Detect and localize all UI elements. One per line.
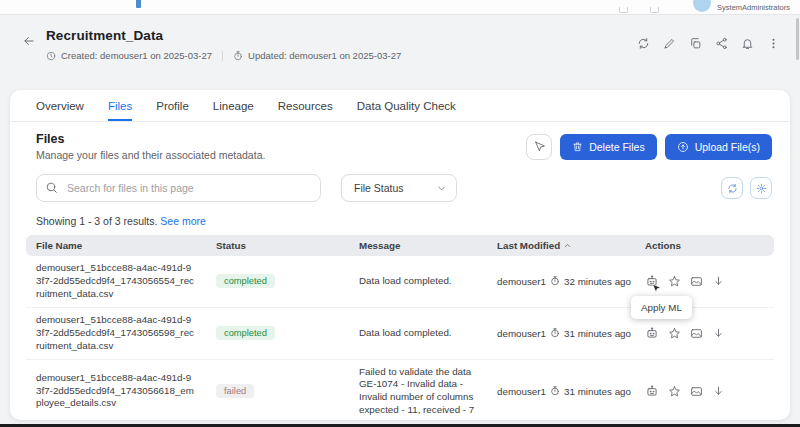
back-button[interactable] <box>22 34 36 48</box>
delete-files-button[interactable]: Delete Files <box>560 134 656 160</box>
files-section-actions: Delete Files Upload File(s) <box>526 134 772 160</box>
last-modified-cell: demouser1 31 minutes ago <box>497 328 637 339</box>
image-preview-icon[interactable] <box>690 385 703 398</box>
avatar[interactable] <box>693 0 711 12</box>
upload-files-button[interactable]: Upload File(s) <box>665 134 772 160</box>
section-subtitle: Manage your files and their associated m… <box>36 149 265 161</box>
download-icon[interactable] <box>712 385 725 398</box>
file-status-filter-label: File Status <box>354 182 404 194</box>
favorite-icon[interactable] <box>668 327 681 340</box>
apply-ml-tooltip: Apply ML <box>631 296 692 319</box>
refresh-icon <box>727 183 738 194</box>
message-cell: Data load completed. <box>359 275 489 288</box>
chevron-down-icon <box>436 183 447 194</box>
status-cell: completed <box>216 274 351 288</box>
row-actions <box>645 326 774 340</box>
stopwatch-icon <box>233 51 243 61</box>
upload-files-label: Upload File(s) <box>695 141 760 153</box>
pointer-icon <box>533 140 546 153</box>
modified-time: 31 minutes ago <box>564 328 631 339</box>
tab-lineage[interactable]: Lineage <box>213 90 254 121</box>
tab-overview[interactable]: Overview <box>36 90 84 121</box>
column-last-modified[interactable]: Last Modified <box>497 240 637 251</box>
user-group-label: SystemAdministrators <box>717 4 790 14</box>
scrollbar-thumb[interactable] <box>796 18 799 60</box>
tab-data-quality-check[interactable]: Data Quality Check <box>357 90 456 121</box>
file-status-filter[interactable]: File Status <box>341 174 457 202</box>
files-heading-block: Files Manage your files and their associ… <box>36 132 265 161</box>
column-actions: Actions <box>645 240 774 251</box>
last-modified-cell: demouser1 31 minutes ago <box>497 386 637 397</box>
created-label: Created: demouser1 on 2025-03-27 <box>61 50 212 61</box>
updated-label: Updated: demouser1 on 2025-03-27 <box>248 50 401 61</box>
table-header-row: File Name Status Message Last Modified A… <box>26 235 774 256</box>
message-cell: Failed to validate the data GE-1074 - In… <box>359 366 489 417</box>
trash-icon <box>572 141 583 152</box>
stopwatch-icon <box>550 386 560 396</box>
mouse-cursor <box>650 283 662 296</box>
modified-by: demouser1 <box>497 276 546 287</box>
edit-icon[interactable] <box>663 37 676 50</box>
apply-ml-icon[interactable] <box>645 384 659 398</box>
apply-ml-icon[interactable] <box>645 326 659 340</box>
table-row[interactable]: demouser1_51bcce88-a4ac-491d-93f7-2dd55e… <box>26 256 774 308</box>
files-section-header: Files Manage your files and their associ… <box>10 122 790 161</box>
meta-divider <box>222 51 223 61</box>
files-table: File Name Status Message Last Modified A… <box>26 235 774 420</box>
status-badge: completed <box>216 274 275 288</box>
filter-row: File Status <box>10 161 790 202</box>
file-name-cell[interactable]: demouser1_51bcce88-a4ac-491d-93f7-2dd55e… <box>36 314 208 353</box>
topbar-icon[interactable] <box>650 7 659 13</box>
tab-files[interactable]: Files <box>108 90 132 121</box>
search-box <box>36 174 321 202</box>
status-cell: completed <box>216 326 351 340</box>
download-icon[interactable] <box>712 275 725 288</box>
modified-by: demouser1 <box>497 386 546 397</box>
content-card: Overview Files Profile Lineage Resources… <box>10 90 790 420</box>
more-menu-icon[interactable] <box>767 37 780 50</box>
tab-resources[interactable]: Resources <box>278 90 333 121</box>
notifications-icon[interactable] <box>741 37 754 50</box>
tab-bar: Overview Files Profile Lineage Resources… <box>10 90 790 122</box>
results-summary-line: Showing 1 - 3 of 3 results. See more <box>10 202 790 227</box>
file-name-cell[interactable]: demouser1_51bcce88-a4ac-491d-93f7-2dd55e… <box>36 262 208 301</box>
gear-icon <box>756 183 767 194</box>
column-message[interactable]: Message <box>359 240 489 251</box>
results-summary: Showing 1 - 3 of 3 results. <box>36 215 157 227</box>
status-cell: failed <box>216 384 351 398</box>
image-preview-icon[interactable] <box>690 275 703 288</box>
tab-profile[interactable]: Profile <box>156 90 189 121</box>
delete-files-label: Delete Files <box>589 141 644 153</box>
page-title: Recruitment_Data <box>46 28 401 43</box>
search-icon <box>45 181 58 194</box>
table-settings-button[interactable] <box>750 177 772 199</box>
clock-icon <box>46 51 56 61</box>
refresh-icon[interactable] <box>637 37 650 50</box>
file-name-cell[interactable]: demouser1_51bcce88-a4ac-491d-93f7-2dd55e… <box>36 372 208 411</box>
favorite-icon[interactable] <box>668 385 681 398</box>
table-tools <box>721 177 772 199</box>
download-icon[interactable] <box>712 327 725 340</box>
topbar-icon[interactable] <box>619 7 628 13</box>
modified-by: demouser1 <box>497 328 546 339</box>
column-status[interactable]: Status <box>216 240 351 251</box>
image-preview-icon[interactable] <box>690 327 703 340</box>
column-file-name[interactable]: File Name <box>36 240 208 251</box>
search-input[interactable] <box>36 174 321 202</box>
refresh-table-button[interactable] <box>721 177 743 199</box>
apply-ml-icon[interactable]: Apply ML <box>645 274 659 288</box>
stopwatch-icon <box>550 276 560 286</box>
message-cell: Data load completed. <box>359 327 489 340</box>
status-badge: completed <box>216 326 275 340</box>
favorite-icon[interactable] <box>668 275 681 288</box>
entity-title-block: Recruitment_Data Created: demouser1 on 2… <box>46 28 401 61</box>
share-icon[interactable] <box>715 37 728 50</box>
table-row[interactable]: demouser1_51bcce88-a4ac-491d-93f7-2dd55e… <box>26 360 774 420</box>
column-last-modified-label: Last Modified <box>497 240 560 251</box>
copy-icon[interactable] <box>689 37 702 50</box>
entity-header: Recruitment_Data Created: demouser1 on 2… <box>0 15 800 61</box>
select-pointer-button[interactable] <box>526 134 552 160</box>
modified-time: 31 minutes ago <box>564 386 631 397</box>
see-more-link[interactable]: See more <box>160 215 206 227</box>
upload-icon <box>677 141 689 153</box>
